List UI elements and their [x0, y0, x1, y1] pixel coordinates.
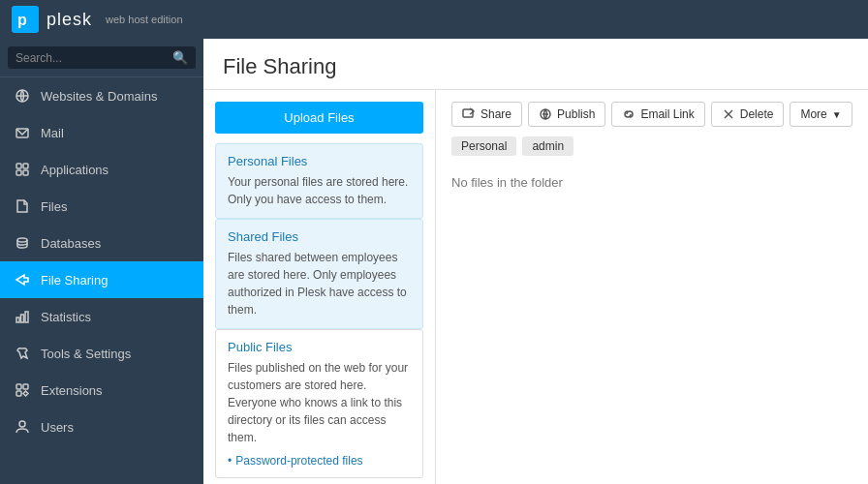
svg-rect-13 [16, 384, 21, 389]
sidebar-item-applications[interactable]: Applications [0, 151, 203, 188]
sidebar-item-websites-domains[interactable]: Websites & Domains [0, 77, 203, 114]
globe-icon [14, 87, 31, 105]
topbar: p plesk web host edition [0, 0, 868, 39]
search-icon[interactable]: 🔍 [172, 50, 188, 65]
upload-files-button[interactable]: Upload Files [215, 102, 423, 134]
delete-icon [722, 107, 735, 121]
share-action-icon [462, 107, 476, 121]
publish-icon [539, 107, 552, 121]
plesk-edition: web host edition [106, 14, 183, 25]
sidebar-item-label: Statistics [41, 310, 91, 324]
share-icon [14, 271, 31, 288]
folder-desc-public-files: Files published on the web for your cust… [228, 359, 411, 446]
sidebar-item-label: Databases [41, 236, 101, 251]
sidebar-item-extensions[interactable]: Extensions [0, 372, 203, 408]
action-bar: Share Publish [451, 102, 852, 127]
svg-rect-11 [21, 315, 24, 322]
folder-item-public-files: Public Files Files published on the web … [215, 329, 423, 478]
plesk-logo: p plesk web host edition [12, 6, 183, 33]
main-content: File Sharing Upload Files Personal Files… [203, 39, 868, 484]
sidebar-item-databases[interactable]: Databases [0, 225, 203, 261]
folder-list: Personal Files Your personal files are s… [215, 143, 423, 478]
folder-desc-personal-files: Your personal files are stored here. Onl… [228, 173, 411, 208]
main-body: Upload Files Personal Files Your persona… [203, 90, 868, 484]
svg-rect-12 [25, 312, 28, 322]
sidebar: 🔍 Websites & Domains Mail Applications F… [0, 39, 203, 484]
sidebar-item-label: Tools & Settings [41, 347, 131, 361]
svg-rect-5 [16, 164, 21, 168]
main-header: File Sharing [203, 39, 868, 90]
no-files-message: No files in the folder [451, 167, 852, 197]
svg-rect-14 [23, 384, 28, 389]
sidebar-item-tools-settings[interactable]: Tools & Settings [0, 335, 203, 372]
sidebar-item-label: Users [41, 420, 74, 435]
svg-rect-7 [16, 170, 21, 175]
sidebar-item-label: Mail [41, 126, 64, 140]
sidebar-item-label: Applications [41, 163, 108, 177]
stats-icon [14, 308, 31, 325]
extensions-icon [14, 381, 31, 399]
share-button[interactable]: Share [451, 102, 522, 127]
sidebar-item-label: File Sharing [41, 273, 108, 287]
svg-rect-8 [23, 170, 28, 175]
svg-rect-15 [16, 391, 21, 396]
breadcrumb-admin[interactable]: admin [522, 136, 574, 156]
more-button[interactable]: More ▼ [790, 102, 852, 127]
svg-point-9 [17, 238, 27, 242]
folder-title-public-files[interactable]: Public Files [228, 340, 411, 354]
tools-icon [14, 345, 31, 362]
nav-list: Websites & Domains Mail Applications Fil… [0, 77, 203, 445]
folder-title-shared-files[interactable]: Shared Files [228, 229, 411, 244]
right-panel: Share Publish [436, 90, 868, 484]
sidebar-item-files[interactable]: Files [0, 188, 203, 225]
sidebar-item-mail[interactable]: Mail [0, 114, 203, 151]
email-link-icon [622, 107, 636, 121]
breadcrumb: Personal admin [451, 136, 852, 156]
search-input[interactable] [16, 51, 172, 65]
sidebar-item-label: Extensions [41, 383, 103, 398]
sidebar-item-file-sharing[interactable]: File Sharing [0, 261, 203, 298]
email-link-button[interactable]: Email Link [611, 102, 704, 127]
files-icon [14, 197, 31, 215]
folder-title-personal-files[interactable]: Personal Files [228, 154, 411, 168]
search-box: 🔍 [0, 39, 203, 77]
password-protected-link[interactable]: Password-protected files [228, 454, 411, 468]
svg-point-16 [19, 421, 25, 427]
folder-desc-shared-files: Files shared between employees are store… [228, 249, 411, 318]
breadcrumb-personal[interactable]: Personal [451, 136, 516, 156]
left-panel: Upload Files Personal Files Your persona… [203, 90, 436, 484]
page-title: File Sharing [223, 54, 849, 79]
db-icon [14, 234, 31, 252]
sidebar-item-label: Files [41, 199, 67, 214]
plesk-logo-text: plesk [46, 10, 92, 30]
sidebar-item-statistics[interactable]: Statistics [0, 298, 203, 335]
apps-icon [14, 161, 31, 178]
folder-item-personal-files: Personal Files Your personal files are s… [215, 143, 423, 219]
mail-icon [14, 124, 31, 141]
users-icon [14, 418, 31, 436]
delete-button[interactable]: Delete [711, 102, 785, 127]
chevron-down-icon: ▼ [832, 109, 842, 120]
plesk-logo-icon: p [12, 6, 39, 33]
layout: 🔍 Websites & Domains Mail Applications F… [0, 39, 868, 484]
folder-item-shared-files: Shared Files Files shared between employ… [215, 219, 423, 329]
svg-rect-10 [16, 318, 19, 322]
sidebar-item-users[interactable]: Users [0, 408, 203, 445]
publish-button[interactable]: Publish [528, 102, 605, 127]
svg-text:p: p [17, 12, 27, 28]
search-input-wrap[interactable]: 🔍 [8, 46, 196, 69]
sidebar-item-label: Websites & Domains [41, 89, 157, 104]
svg-rect-6 [23, 164, 28, 168]
